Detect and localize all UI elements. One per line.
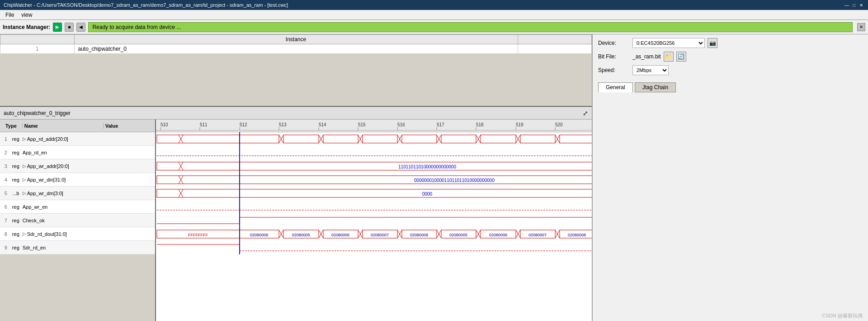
svg-text:515: 515 [358, 122, 366, 127]
svg-rect-68 [157, 176, 240, 184]
svg-text:02080006: 02080006 [331, 233, 349, 237]
svg-rect-40 [363, 135, 397, 143]
row-extra [518, 44, 592, 54]
waveform-header: auto_chipwatcher_0_trigger ⤢ [0, 107, 592, 120]
svg-text:11011011010000000000000: 11011011010000000000000 [398, 164, 456, 169]
menu-bar: File view [0, 10, 868, 20]
signal-row-1[interactable]: 1 reg ▷ App_rd_addr[20:0] [0, 132, 155, 146]
signal-list-header: Type Name Value [0, 120, 155, 132]
close-btn[interactable]: ✕ [858, 2, 864, 8]
svg-text:519: 519 [516, 122, 524, 127]
waveform-body: Type Name Value 1 reg ▷ App_rd_addr[20:0… [0, 120, 592, 321]
svg-text:02080008: 02080008 [410, 233, 428, 237]
bitfile-open-btn[interactable]: 📁 [664, 52, 674, 62]
col-name-header: Name [23, 123, 104, 129]
svg-text:520: 520 [555, 122, 563, 127]
back-button[interactable]: ◀ [76, 23, 85, 32]
watermark: CSDN @爆裂玩偶 [822, 312, 863, 319]
svg-text:511: 511 [200, 122, 208, 127]
menu-view[interactable]: view [18, 11, 36, 19]
col-instance-header: Instance [74, 35, 518, 44]
col-type-header: Type [0, 123, 23, 129]
expand-8[interactable]: ▷ [23, 231, 26, 236]
maximize-btn[interactable]: □ [851, 2, 857, 8]
signal-row-5[interactable]: 5 ...b ▷ App_wr_dm[3:0] [0, 187, 155, 200]
title-bar-left: ChipWatcher - C:/Users/TAKSON/Desktop/de… [4, 2, 288, 8]
svg-text:02080008: 02080008 [568, 233, 586, 237]
svg-rect-73 [157, 189, 240, 197]
device-label: Device: [598, 40, 630, 46]
expand-3[interactable]: ▷ [23, 163, 26, 168]
signal-row-9[interactable]: 9 reg Sdr_rd_en [0, 241, 155, 254]
svg-rect-63 [157, 162, 240, 170]
waveform-rows: 11011011010000000000000 0000000100001101… [156, 132, 592, 254]
svg-text:0000: 0000 [422, 192, 433, 196]
svg-rect-76 [240, 189, 592, 197]
app-title: ChipWatcher - C:/Users/TAKSON/Desktop/de… [4, 2, 288, 8]
svg-text:514: 514 [319, 122, 326, 127]
tab-general[interactable]: General [598, 82, 633, 92]
stop-button[interactable]: ■ [65, 23, 74, 32]
minimize-btn[interactable]: — [844, 2, 850, 8]
wave-row-4: 00000001000011011011010000000000 [157, 176, 592, 184]
svg-rect-37 [323, 135, 358, 143]
title-bar-controls[interactable]: — □ ✕ [844, 2, 864, 8]
play-button[interactable]: ▶ [53, 23, 62, 32]
svg-text:516: 516 [397, 122, 405, 127]
signal-row-4[interactable]: 4 reg ▷ App_wr_din[31:0] [0, 173, 155, 187]
status-bar: Ready to acquire data from device ... [88, 22, 853, 32]
speed-row: Speed: 2Mbps [598, 65, 863, 75]
signal-row-7[interactable]: 7 reg Check_ok [0, 214, 155, 227]
svg-rect-31 [240, 135, 279, 143]
waveforms-svg: 11011011010000000000000 0000000100001101… [156, 132, 592, 254]
expand-1[interactable]: ▷ [23, 136, 26, 141]
device-row: Device: 0:EC4S20BG256 📷 [598, 38, 863, 48]
time-ruler: 510 511 512 513 514 515 516 517 518 519 … [156, 120, 592, 132]
svg-text:02080007: 02080007 [371, 233, 389, 237]
right-panel: Device: 0:EC4S20BG256 📷 Bit File: _as_ra… [592, 34, 868, 321]
row-instance-name: auto_chipwatcher_0 [74, 44, 518, 54]
col-num-header [0, 35, 75, 44]
instance-manager-bar: Instance Manager: ▶ ■ ◀ Ready to acquire… [0, 20, 868, 34]
menu-file[interactable]: File [2, 11, 18, 19]
svg-text:512: 512 [240, 122, 247, 127]
speed-select[interactable]: 2Mbps [632, 65, 669, 75]
expand-5[interactable]: ▷ [23, 191, 26, 196]
time-ruler-svg: 510 511 512 513 514 515 516 517 518 519 … [156, 120, 592, 131]
wave-row-9 [157, 244, 592, 251]
device-scan-btn[interactable]: 📷 [708, 38, 717, 48]
svg-rect-28 [157, 135, 240, 143]
signal-row-3[interactable]: 3 reg ▷ App_wr_addr[20:0] [0, 159, 155, 173]
device-select[interactable]: 0:EC4S20BG256 [632, 38, 705, 48]
svg-rect-43 [402, 135, 437, 143]
main-content: Instance 1 auto_chipwatcher_0 auto_chipw… [0, 34, 868, 321]
instance-table-area: Instance 1 auto_chipwatcher_0 [0, 34, 592, 107]
svg-text:518: 518 [476, 122, 484, 127]
svg-text:02080005: 02080005 [449, 233, 467, 237]
bitfile-refresh-btn[interactable]: 🔄 [676, 52, 686, 62]
right-tabs: General Jtag Chain [598, 82, 863, 92]
waveform-canvas-area[interactable]: 510 511 512 513 514 515 516 517 518 519 … [156, 120, 592, 321]
svg-rect-46 [441, 135, 476, 143]
svg-text:02080008: 02080008 [250, 233, 268, 237]
signal-row-2[interactable]: 2 reg App_rd_en [0, 146, 155, 159]
svg-rect-49 [481, 135, 516, 143]
wave-row-7 [157, 217, 592, 224]
expand-icon[interactable]: ⤢ [583, 110, 588, 117]
col-extra-header [518, 35, 592, 44]
col-val-header: Value [104, 123, 155, 129]
left-panel: Instance 1 auto_chipwatcher_0 auto_chipw… [0, 34, 592, 321]
tab-jtag-chain[interactable]: Jtag Chain [635, 82, 676, 92]
close-status-btn[interactable]: ✕ [857, 23, 865, 31]
bitfile-row: Bit File: _as_ram.bit 📁 🔄 [598, 52, 863, 62]
signal-row-8[interactable]: 8 reg ▷ Sdr_rd_dout[31:0] [0, 227, 155, 241]
expand-4[interactable]: ▷ [23, 177, 26, 182]
waveform-title: auto_chipwatcher_0_trigger [4, 110, 71, 116]
table-row[interactable]: 1 auto_chipwatcher_0 [0, 44, 592, 54]
svg-text:FFFFFFFF: FFFFFFFF [188, 233, 208, 237]
wave-row-5: 0000 [157, 189, 592, 197]
svg-text:02080006: 02080006 [489, 233, 507, 237]
row-num: 1 [0, 44, 75, 54]
waveform-panel: auto_chipwatcher_0_trigger ⤢ Type Name V… [0, 107, 592, 321]
signal-row-6[interactable]: 6 reg App_wr_en [0, 200, 155, 214]
